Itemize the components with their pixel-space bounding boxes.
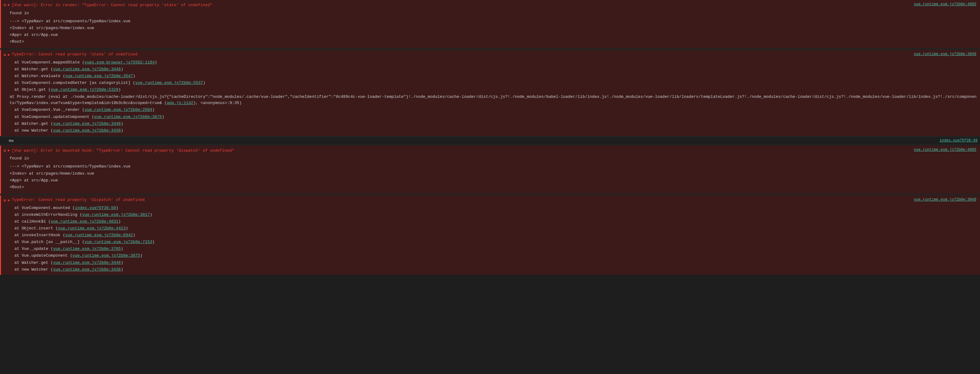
error-details-4: found in ---> <TypeNav> at src/component… [2,154,977,192]
stack-line-5-4: at invokeInsertHook (vue.runtime.esm.js?… [10,232,977,239]
found-in-4: found in [10,155,977,162]
error-message-1: [Vue warn]: Error in render: "TypeError:… [12,2,907,8]
stack-line-5-8: at Watcher.get (vue.runtime.esm.js?2b0e:… [10,260,977,266]
stack-link-5-6[interactable]: vue.runtime.esm.js?2b0e:3765 [53,246,121,252]
stack-link-5-9[interactable]: vue.runtime.esm.js?2b0e:3436 [53,266,121,273]
stack-link-5-0[interactable]: index.vue?5f36:50 [75,204,116,211]
stack-line-2-2: at Watcher.evaluate (vue.runtime.esm.js?… [10,73,977,79]
error-details-1: found in ---> <TypeNav> at src/component… [2,9,977,47]
stack-trace-2b: at VueComponent.Vue._render (vue.runtime… [2,106,977,135]
type-error-header-2: ⊗ ▶ TypeError: Cannot read property 'sta… [2,51,977,59]
standalone-ew-block: ew index.vue?5f36:49 [0,138,980,144]
error-circle-icon-1: ⊗ [3,3,6,8]
divider-3 [0,144,980,145]
stack-trace-2: at VueComponent.mappedState (vuex.esm-br… [2,59,977,94]
stack-line-2-1: at Watcher.get (vue.runtime.esm.js?2b0e:… [10,66,977,73]
stack-line-5-2: at callHook$1 (vue.runtime.esm.js?2b0e:4… [10,218,977,225]
stack-link-2b-3[interactable]: vue.runtime.esm.js?2b0e:3436 [53,127,121,134]
stack-link-5-4[interactable]: vue.runtime.esm.js?2b0e:6942 [65,232,133,239]
stack-link-5-7[interactable]: vue.runtime.esm.js?2b0e:3875 [73,252,140,259]
expand-triangle-2[interactable]: ▶ [8,52,10,57]
tree4-line-0: ---> <TypeNav> at src/components/TypeNav… [10,163,977,170]
stack-line-5-3: at Object.insert (vue.runtime.esm.js?2b0… [10,225,977,232]
tree-line-0: ---> <TypeNav> at src/components/TypeNav… [10,18,977,25]
stack-link-2-2[interactable]: vue.runtime.esm.js?2b0e:3547 [65,73,133,79]
stack-link-5-1[interactable]: vue.runtime.esm.js?2b0e:3017 [82,211,150,218]
found-in-1: found in [10,10,977,17]
error-circle-icon-2: ⊗ [3,52,6,58]
stack-link-5-3[interactable]: vue.runtime.esm.js?2b0e:4423 [58,225,126,232]
error-block-5: ⊗ ▶ TypeError: Cannot read property 'dis… [0,195,980,275]
stack-link-5-8[interactable]: vue.runtime.esm.js?2b0e:3446 [53,260,121,266]
tree4-line-2: <App> at src/App.vue [10,177,977,184]
error-source-4[interactable]: vue.runtime.esm.js?2b0e:4605 [914,148,976,152]
stack-line-5-7: at Vue.updateComponent (vue.runtime.esm.… [10,252,977,259]
stack-link-2-1[interactable]: vue.runtime.esm.js?2b0e:3446 [53,66,121,73]
standalone-ew-source[interactable]: index.vue?5f36:49 [940,138,977,143]
error-source-5[interactable]: vue.runtime.esm.js?2b0e:3049 [914,198,976,202]
stack-link-2b-0[interactable]: vue.runtime.esm.js?2b0e:2684 [84,106,152,113]
error-message-4: [Vue warn]: Error in mounted hook: "Type… [12,148,907,154]
error-block-2: ⊗ ▶ TypeError: Cannot read property 'sta… [0,50,980,136]
tree-line-2: <App> at src/App.vue [10,32,977,38]
stack-link-2b-1[interactable]: vue.runtime.esm.js?2b0e:3875 [94,114,162,120]
stack-link-5-2[interactable]: vue.runtime.esm.js?2b0e:4031 [51,218,118,225]
stack-line-2b-1: at VueComponent.updateComponent (vue.run… [10,114,977,120]
proxy-line-2: at Proxy.render (eval at ./node_modules/… [2,94,977,106]
stack-link-2-4[interactable]: vue.runtime.esm.js?2b0e:5329 [51,86,118,93]
type-error-header-5: ⊗ ▶ TypeError: Cannot read property 'dis… [2,197,977,204]
expand-triangle-1[interactable]: ▶ [8,3,10,7]
error-header-1: ⊗ ▶ [Vue warn]: Error in render: "TypeEr… [2,1,977,9]
error-source-1[interactable]: vue.runtime.esm.js?2b0e:4605 [914,2,976,6]
tree-line-3: <Root> [10,38,977,45]
error-circle-icon-5: ⊗ [3,198,6,203]
standalone-ew-text: ew [9,138,14,143]
stack-link-5-5[interactable]: vue.runtime.esm.js?2b0e:7153 [84,239,152,246]
stack-line-2-0: at VueComponent.mappedState (vuex.esm-br… [10,59,977,66]
component-tree-4: ---> <TypeNav> at src/components/TypeNav… [10,163,977,190]
stack-link-2b-2[interactable]: vue.runtime.esm.js?2b0e:3446 [53,120,121,127]
tree4-line-1: <Index> at src/pages/Home/index.vue [10,170,977,177]
error-circle-icon-4: ⊗ [3,148,6,153]
stack-line-2-4: at Object.get (vue.runtime.esm.js?2b0e:5… [10,86,977,93]
type-error-msg-2: TypeError: Cannot read property 'state' … [12,52,138,57]
stack-line-5-6: at Vue._update (vue.runtime.esm.js?2b0e:… [10,246,977,252]
stack-line-5-9: at new Watcher (vue.runtime.esm.js?2b0e:… [10,266,977,273]
divider-2 [0,136,980,137]
stack-line-2b-0: at VueComponent.Vue._render (vue.runtime… [10,106,977,113]
expand-triangle-5[interactable]: ▶ [8,198,10,202]
type-error-msg-5: TypeError: Cannot read property 'dispatc… [12,198,145,202]
error-source-2[interactable]: vue.runtime.esm.js?2b0e:3049 [914,52,976,56]
error-header-4: ⊗ ▶ [Vue warn]: Error in mounted hook: "… [2,147,977,155]
stack-line-5-0: at VueComponent.mounted (index.vue?5f36:… [10,204,977,211]
stack-link-2-0[interactable]: vuex.esm-browser.js?5502:1184 [84,59,154,66]
divider-1 [0,49,980,49]
stack-link-2-3[interactable]: vue.runtime.esm.js?2b0e:5537 [135,79,203,86]
stack-line-2b-2: at Watcher.get (vue.runtime.esm.js?2b0e:… [10,120,977,127]
expand-triangle-4[interactable]: ▶ [8,148,10,152]
stack-line-2-3: at VueComponent.computedGetter [as categ… [10,79,977,86]
console-panel: ⊗ ▶ [Vue warn]: Error in render: "TypeEr… [0,0,980,374]
stack-trace-5: at VueComponent.mounted (index.vue?5f36:… [2,204,977,274]
stack-link-proxy[interactable]: app.js:1142 [167,101,193,105]
stack-line-5-1: at invokeWithErrorHandling (vue.runtime.… [10,211,977,218]
stack-line-5-5: at Vue.patch [as __patch__] (vue.runtime… [10,239,977,246]
component-tree-1: ---> <TypeNav> at src/components/TypeNav… [10,18,977,45]
error-block-4: ⊗ ▶ [Vue warn]: Error in mounted hook: "… [0,146,980,194]
tree-line-1: <Index> at src/pages/Home/index.vue [10,25,977,32]
error-block-1: ⊗ ▶ [Vue warn]: Error in render: "TypeEr… [0,0,980,48]
stack-line-2b-3: at new Watcher (vue.runtime.esm.js?2b0e:… [10,127,977,134]
tree4-line-3: <Root> [10,184,977,191]
